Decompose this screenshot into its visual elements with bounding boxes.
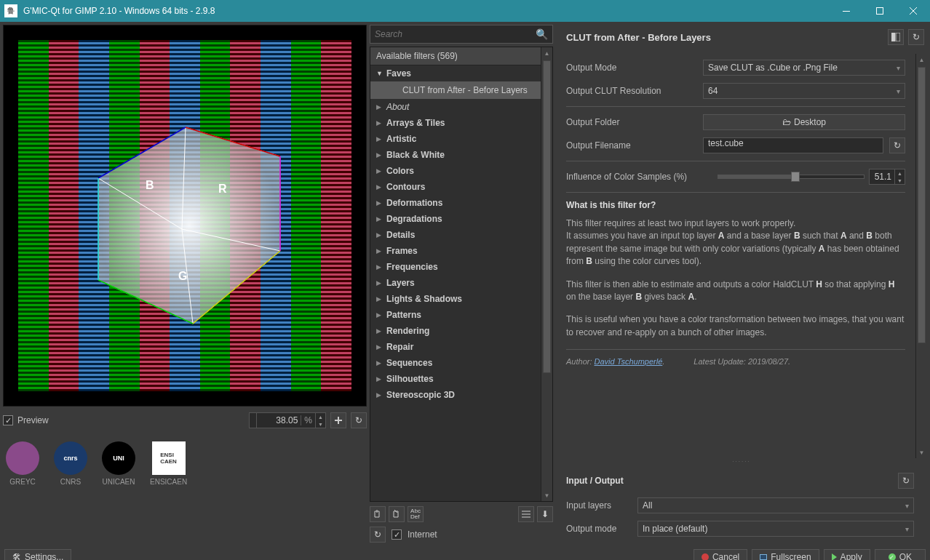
scroll-thumb[interactable] (918, 67, 926, 343)
zoom-input[interactable]: 38.05 % ▲▼ (249, 412, 326, 428)
folder-button[interactable]: 🗁Desktop (703, 114, 905, 130)
influence-label: Influence of Color Samples (%) (566, 172, 712, 182)
zoom-up[interactable]: ▲ (315, 413, 325, 420)
ensicaen-logo: ENSICAEN (152, 441, 186, 475)
scroll-up-icon[interactable]: ▲ (541, 47, 552, 59)
internet-checkbox[interactable] (392, 529, 402, 540)
remove-fave-icon[interactable] (389, 506, 405, 522)
close-button[interactable] (897, 0, 930, 22)
titlebar: 鲁 G'MIC-Qt for GIMP 2.10 - Windows 64 bi… (0, 0, 930, 22)
input-layers-select[interactable]: All (637, 497, 914, 513)
tree-cat[interactable]: ▶Patterns (370, 307, 541, 323)
screen-icon (760, 554, 767, 560)
clut-res-label: Output CLUT Resolution (566, 86, 697, 96)
influence-slider[interactable] (718, 175, 865, 179)
filename-label: Output Filename (566, 140, 697, 151)
filter-tree[interactable]: Available filters (569) ▼Faves CLUT from… (370, 47, 541, 501)
search-input[interactable] (375, 29, 536, 39)
input-layers-label: Input layers (566, 500, 632, 511)
maximize-button[interactable] (863, 0, 897, 22)
description-text: This filter requires at least two input … (566, 217, 905, 268)
tree-cat[interactable]: ▶Contours (370, 179, 541, 195)
output-mode-label: Output Mode (566, 63, 697, 73)
author-link[interactable]: David Tschumperlé (595, 357, 663, 366)
tree-faves[interactable]: ▼Faves (370, 65, 541, 81)
tree-cat[interactable]: ▶Rendering (370, 323, 541, 339)
tree-cat[interactable]: ▶Repair (370, 339, 541, 355)
filename-input[interactable]: test.cube (703, 137, 883, 153)
params-scrollbar[interactable]: ▲ ▼ (915, 54, 927, 458)
unicaen-logo: UNI (102, 441, 135, 475)
greyc-logo (6, 441, 39, 475)
io-reset-icon[interactable]: ↻ (898, 473, 914, 489)
tree-header: Available filters (569) (370, 47, 541, 65)
tree-cat-about[interactable]: ▶About (370, 99, 541, 115)
tree-cat[interactable]: ▶Artistic (370, 131, 541, 147)
reset-params-icon[interactable]: ↻ (908, 29, 924, 45)
description-text-3: This is useful when you have a color tra… (566, 313, 905, 339)
tree-selected-filter[interactable]: CLUT from After - Before Layers (370, 81, 541, 99)
bottom-bar: 🛠Settings... Cancel Fullscreen Apply OK (0, 545, 930, 560)
svg-rect-0 (843, 11, 850, 12)
cancel-icon (702, 553, 709, 560)
collapse-all-icon[interactable]: ⬇ (537, 506, 553, 522)
tree-cat[interactable]: ▶Degradations (370, 211, 541, 227)
ok-button[interactable]: OK (875, 549, 926, 560)
io-title: Input / Output (566, 476, 898, 486)
output-mode-select[interactable]: Save CLUT as .Cube or .Png File (703, 60, 905, 76)
tree-cat[interactable]: ▶Silhouettes (370, 371, 541, 387)
fullscreen-button[interactable]: Fullscreen (752, 549, 819, 560)
search-box[interactable]: 🔍 (370, 25, 553, 44)
output-mode-io-label: Output mode (566, 524, 632, 534)
zoom-down[interactable]: ▼ (315, 420, 325, 428)
tree-cat[interactable]: ▶Arrays & Tiles (370, 115, 541, 131)
tree-cat[interactable]: ▶Frames (370, 243, 541, 259)
folder-icon: 🗁 (782, 117, 791, 127)
splitter-handle[interactable]: ······ (556, 458, 927, 464)
cnrs-logo: cnrs (54, 441, 87, 475)
tree-cat[interactable]: ▶Frequencies (370, 259, 541, 275)
folder-label: Output Folder (566, 117, 697, 127)
panel-layout-icon[interactable] (888, 29, 904, 45)
rename-fave-icon[interactable]: AbcDef (408, 506, 424, 522)
add-fave-icon[interactable] (370, 506, 386, 522)
tree-cat[interactable]: ▶Stereoscopic 3D (370, 387, 541, 403)
tree-cat[interactable]: ▶Sequences (370, 355, 541, 371)
settings-button[interactable]: 🛠Settings... (4, 549, 71, 560)
filter-title: CLUT from After - Before Layers (566, 32, 883, 43)
logos: GREYC cnrsCNRS UNIUNICAEN ENSICAENENSICA… (3, 441, 367, 486)
scroll-down-icon[interactable]: ▼ (541, 489, 552, 501)
clut-res-select[interactable]: 64 (703, 83, 905, 99)
tree-cat[interactable]: ▶Details (370, 227, 541, 243)
cancel-button[interactable]: Cancel (693, 549, 747, 560)
preview-bars (18, 40, 351, 391)
wrench-icon: 🛠 (12, 552, 21, 560)
preview-area[interactable]: B R G (3, 25, 367, 407)
refresh-preview-icon[interactable]: ↻ (351, 412, 367, 428)
tree-cat[interactable]: ▶Layers (370, 275, 541, 291)
preview-label: Preview (17, 415, 49, 425)
update-filters-icon[interactable]: ↻ (370, 527, 386, 543)
tree-scrollbar[interactable]: ▲ ▼ (541, 47, 552, 501)
scroll-down-icon[interactable]: ▼ (916, 447, 927, 458)
zoom-fit-icon[interactable] (330, 412, 346, 428)
output-mode-io-select[interactable]: In place (default) (637, 521, 914, 537)
tree-cat[interactable]: ▶Lights & Shadows (370, 291, 541, 307)
filename-reset-icon[interactable]: ↻ (889, 137, 905, 153)
tree-cat[interactable]: ▶Black & White (370, 147, 541, 163)
what-is-heading: What is this filter for? (566, 200, 905, 210)
internet-label: Internet (408, 529, 437, 540)
tree-cat[interactable]: ▶Colors (370, 163, 541, 179)
scroll-thumb[interactable] (543, 60, 551, 373)
preview-checkbox[interactable] (3, 415, 13, 425)
apply-button[interactable]: Apply (824, 549, 870, 560)
minimize-button[interactable] (830, 0, 863, 22)
svg-rect-17 (896, 33, 900, 41)
influence-value[interactable]: 51.1▲▼ (869, 169, 905, 185)
meta-row: Author: David Tschumperlé. Latest Update… (566, 357, 905, 366)
description-text-2: This filter is then able to estimate and… (566, 279, 905, 304)
tree-cat[interactable]: ▶Deformations (370, 195, 541, 211)
search-icon[interactable]: 🔍 (536, 28, 548, 40)
expand-all-icon[interactable] (518, 506, 534, 522)
scroll-up-icon[interactable]: ▲ (916, 54, 927, 65)
